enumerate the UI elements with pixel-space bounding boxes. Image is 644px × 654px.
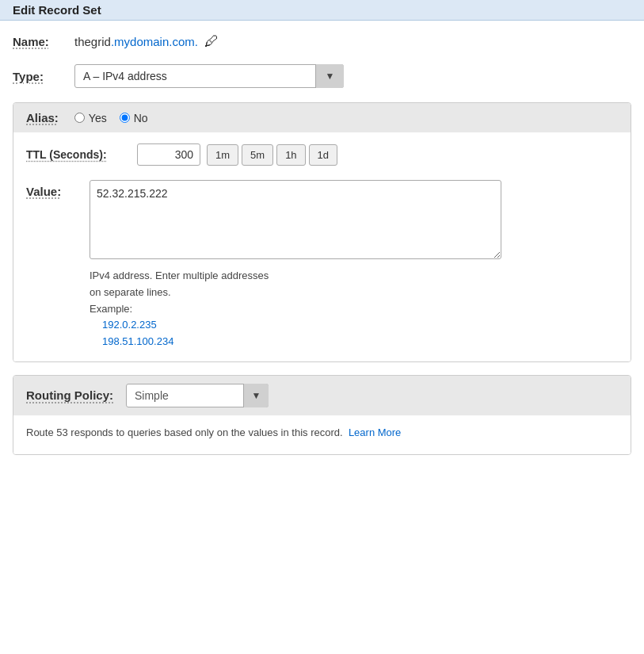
alias-no-radio[interactable] xyxy=(120,113,130,123)
value-content: 52.32.215.222 IPv4 address. Enter multip… xyxy=(90,180,618,350)
alias-no-label: No xyxy=(134,112,148,124)
name-domain: .mydomain.com. xyxy=(111,35,198,48)
routing-header: Routing Policy: Simple Weighted Latency … xyxy=(13,376,631,415)
type-label: Type: xyxy=(13,70,68,83)
routing-select-wrapper: Simple Weighted Latency Failover Geoloca… xyxy=(126,384,269,407)
value-example-label: Example: xyxy=(90,303,132,315)
value-example-ip-2: 198.51.100.234 xyxy=(102,334,618,350)
value-label: Value: xyxy=(26,180,90,198)
routing-description: Route 53 responds to queries based only … xyxy=(13,415,631,454)
routing-description-text: Route 53 responds to queries based only … xyxy=(26,426,343,438)
page-wrapper: Edit Record Set Name: thegrid.mydomain.c… xyxy=(0,0,644,455)
ttl-row: TTL (Seconds): 1m 5m 1h 1d xyxy=(26,143,618,166)
name-hostname: thegrid xyxy=(74,35,111,48)
alias-ttl-value-section: Alias: Yes No TTL (Seconds): xyxy=(13,102,631,362)
value-hint-line2: on separate lines. xyxy=(90,286,171,298)
name-value: thegrid.mydomain.com. xyxy=(74,35,198,48)
routing-select[interactable]: Simple Weighted Latency Failover Geoloca… xyxy=(126,384,269,407)
ttl-label: TTL (Seconds): xyxy=(26,148,137,161)
value-hint-line1: IPv4 address. Enter multiple addresses xyxy=(90,270,269,281)
dialog-header: Edit Record Set xyxy=(0,0,644,21)
ttl-buttons: 1m 5m 1h 1d xyxy=(207,144,337,166)
alias-no-option[interactable]: No xyxy=(120,112,148,124)
value-hint: IPv4 address. Enter multiple addresses o… xyxy=(90,268,618,350)
ttl-1h-button[interactable]: 1h xyxy=(276,144,305,166)
ttl-1d-button[interactable]: 1d xyxy=(309,144,337,166)
name-row: Name: thegrid.mydomain.com. 🖊 xyxy=(13,33,631,50)
value-row: Value: 52.32.215.222 IPv4 address. Enter… xyxy=(26,180,618,350)
name-label: Name: xyxy=(13,35,68,48)
type-row: Type: A – IPv4 address AAAA – IPv6 addre… xyxy=(13,64,631,88)
dialog-title: Edit Record Set xyxy=(13,3,631,17)
ttl-5m-button[interactable]: 5m xyxy=(242,144,273,166)
alias-yes-radio[interactable] xyxy=(74,113,85,123)
form-container: Name: thegrid.mydomain.com. 🖊 Type: A – … xyxy=(0,21,644,455)
type-select-wrapper: A – IPv4 address AAAA – IPv6 address CNA… xyxy=(74,64,344,88)
value-example-ip-1: 192.0.2.235 xyxy=(102,317,618,334)
alias-radio-group: Yes No xyxy=(74,112,148,124)
learn-more-link[interactable]: Learn More xyxy=(349,426,401,438)
alias-yes-label: Yes xyxy=(89,112,107,124)
alias-row: Alias: Yes No xyxy=(13,103,631,132)
type-select[interactable]: A – IPv4 address AAAA – IPv6 address CNA… xyxy=(74,64,344,88)
edit-name-icon[interactable]: 🖊 xyxy=(204,33,219,50)
routing-policy-section: Routing Policy: Simple Weighted Latency … xyxy=(13,375,631,455)
value-textarea[interactable]: 52.32.215.222 xyxy=(90,180,501,259)
ttl-1m-button[interactable]: 1m xyxy=(207,144,238,166)
alias-label: Alias: xyxy=(26,111,59,124)
ttl-input[interactable] xyxy=(137,143,200,166)
inner-section: TTL (Seconds): 1m 5m 1h 1d Value: 52.32.… xyxy=(13,132,631,361)
alias-yes-option[interactable]: Yes xyxy=(74,112,107,124)
routing-label: Routing Policy: xyxy=(26,388,113,402)
